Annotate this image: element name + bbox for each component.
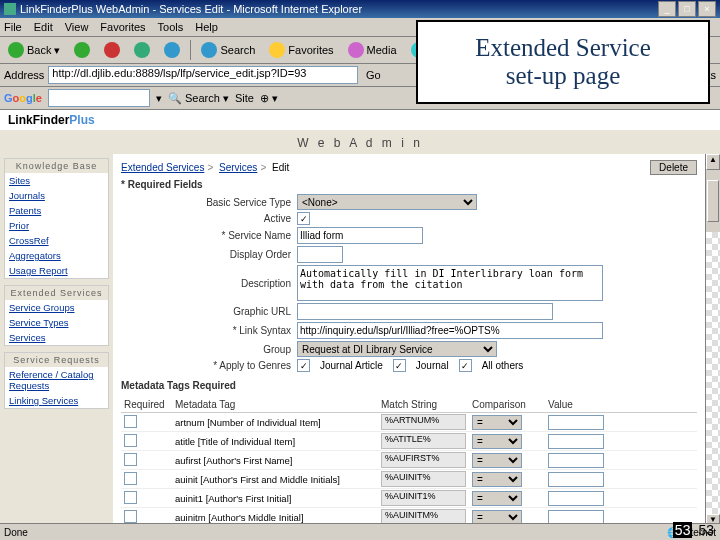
required-checkbox[interactable]	[124, 415, 137, 428]
menu-view[interactable]: View	[65, 21, 89, 33]
scroll-up-button[interactable]: ▲	[706, 154, 720, 170]
service-name-input[interactable]	[297, 227, 423, 244]
minimize-button[interactable]: _	[658, 1, 676, 17]
comparison-select[interactable]: =	[472, 491, 522, 506]
value-input[interactable]	[548, 415, 604, 430]
active-checkbox[interactable]: ✓	[297, 212, 310, 225]
genre-journal-checkbox[interactable]: ✓	[393, 359, 406, 372]
vertical-scrollbar[interactable]: ▲ ▼	[705, 154, 720, 530]
comparison-select[interactable]: =	[472, 434, 522, 449]
match-string-field: %ARTNUM%	[381, 414, 466, 430]
menu-tools[interactable]: Tools	[158, 21, 184, 33]
crumb-svc[interactable]: Services	[219, 162, 257, 173]
sidebar-item-crossref[interactable]: CrossRef	[5, 233, 108, 248]
table-row: atitle [Title of Individual Item]%ATITLE…	[121, 432, 697, 451]
sidebar-box-ext: Extended Services Service Groups Service…	[4, 285, 109, 346]
comparison-select[interactable]: =	[472, 472, 522, 487]
crumb-edit: Edit	[272, 162, 289, 173]
sidebar-item-aggregators[interactable]: Aggregators	[5, 248, 108, 263]
window-titlebar: LinkFinderPlus WebAdmin - Services Edit …	[0, 0, 720, 18]
refresh-button[interactable]	[130, 40, 154, 60]
link-syntax-input[interactable]	[297, 322, 603, 339]
sidebar-item-journals[interactable]: Journals	[5, 188, 108, 203]
sidebar-item-linksvc[interactable]: Linking Services	[5, 393, 108, 408]
content-area: Knowledge Base Sites Journals Patents Pr…	[0, 154, 720, 530]
required-checkbox[interactable]	[124, 491, 137, 504]
close-button[interactable]: ×	[698, 1, 716, 17]
admin-title: W e b A d m i n	[0, 132, 720, 154]
comparison-select[interactable]: =	[472, 453, 522, 468]
sidebar: Knowledge Base Sites Journals Patents Pr…	[0, 154, 113, 530]
status-bar: Done 🌐 Internet	[0, 523, 720, 540]
main-panel: Extended Services> Services> Edit Delete…	[113, 154, 705, 530]
match-string-field: %AUINIT%	[381, 471, 466, 487]
media-button[interactable]: Media	[344, 40, 401, 60]
ie-icon	[4, 3, 16, 15]
required-legend: * Required Fields	[121, 179, 697, 190]
table-row: artnum [Number of Individual Item]%ARTNU…	[121, 413, 697, 432]
table-row: auinit1 [Author's First Initial]%AUINIT1…	[121, 489, 697, 508]
annotation-overlay: Extended Service set-up page	[416, 20, 710, 104]
sidebar-item-usage[interactable]: Usage Report	[5, 263, 108, 278]
go-button[interactable]: Go	[366, 69, 381, 81]
menu-favorites[interactable]: Favorites	[100, 21, 145, 33]
value-input[interactable]	[548, 453, 604, 468]
genre-journal-article-checkbox[interactable]: ✓	[297, 359, 310, 372]
google-site-button[interactable]: Site	[235, 92, 254, 104]
metadata-table-body: artnum [Number of Individual Item]%ARTNU…	[121, 413, 697, 530]
search-button[interactable]: Search	[197, 40, 259, 60]
genre-all-others-checkbox[interactable]: ✓	[459, 359, 472, 372]
sidebar-box-kb: Knowledge Base Sites Journals Patents Pr…	[4, 158, 109, 279]
sidebar-box-req: Service Requests Reference / Catalog Req…	[4, 352, 109, 409]
match-string-field: %AUFIRST%	[381, 452, 466, 468]
scroll-thumb[interactable]	[707, 180, 719, 222]
graphic-url-input[interactable]	[297, 303, 553, 320]
menu-help[interactable]: Help	[195, 21, 218, 33]
value-input[interactable]	[548, 472, 604, 487]
breadcrumb: Extended Services> Services> Edit Delete	[121, 160, 697, 175]
sidebar-item-svcgroups[interactable]: Service Groups	[5, 300, 108, 315]
metadata-title: Metadata Tags Required	[121, 380, 697, 391]
google-search-input[interactable]	[48, 89, 150, 107]
sidebar-item-services[interactable]: Services	[5, 330, 108, 345]
sidebar-item-refreq[interactable]: Reference / Catalog Requests	[5, 367, 108, 393]
maximize-button[interactable]: □	[678, 1, 696, 17]
required-checkbox[interactable]	[124, 472, 137, 485]
favorites-button[interactable]: Favorites	[265, 40, 337, 60]
comparison-select[interactable]: =	[472, 415, 522, 430]
required-checkbox[interactable]	[124, 434, 137, 447]
address-input[interactable]: http://dl.djlib.edu:8889/lsp/lfp/service…	[48, 66, 358, 84]
menu-edit[interactable]: Edit	[34, 21, 53, 33]
table-row: aufirst [Author's First Name]%AUFIRST%=	[121, 451, 697, 470]
description-textarea[interactable]: Automatically fill in DI Interlibrary lo…	[297, 265, 603, 301]
metadata-table-header: Required Metadata Tag Match String Compa…	[121, 397, 697, 413]
group-select[interactable]: Request at DI Library Service	[297, 341, 497, 357]
sidebar-item-svctypes[interactable]: Service Types	[5, 315, 108, 330]
table-row: auinit [Author's First and Middle Initia…	[121, 470, 697, 489]
google-opt-button[interactable]: ⊕ ▾	[260, 92, 278, 105]
match-string-field: %ATITLE%	[381, 433, 466, 449]
window-title: LinkFinderPlus WebAdmin - Services Edit …	[20, 3, 362, 15]
google-logo: Google	[4, 92, 42, 104]
value-input[interactable]	[548, 491, 604, 506]
page-number: 53 53	[673, 522, 714, 538]
display-order-input[interactable]	[297, 246, 343, 263]
stop-button[interactable]	[100, 40, 124, 60]
menu-file[interactable]: File	[4, 21, 22, 33]
value-input[interactable]	[548, 434, 604, 449]
google-search-button[interactable]: 🔍 Search ▾	[168, 92, 229, 105]
brand-bar: LinkFinderPlus	[0, 110, 720, 132]
sidebar-item-patents[interactable]: Patents	[5, 203, 108, 218]
basic-service-type-select[interactable]: <None>	[297, 194, 477, 210]
brand-suffix: Plus	[69, 113, 94, 127]
status-text: Done	[4, 527, 28, 538]
delete-button[interactable]: Delete	[650, 160, 697, 175]
sidebar-item-prior[interactable]: Prior	[5, 218, 108, 233]
back-button[interactable]: Back▾	[4, 40, 64, 60]
home-button[interactable]	[160, 40, 184, 60]
forward-button[interactable]	[70, 40, 94, 60]
required-checkbox[interactable]	[124, 510, 137, 523]
required-checkbox[interactable]	[124, 453, 137, 466]
sidebar-item-sites[interactable]: Sites	[5, 173, 108, 188]
crumb-ext[interactable]: Extended Services	[121, 162, 204, 173]
